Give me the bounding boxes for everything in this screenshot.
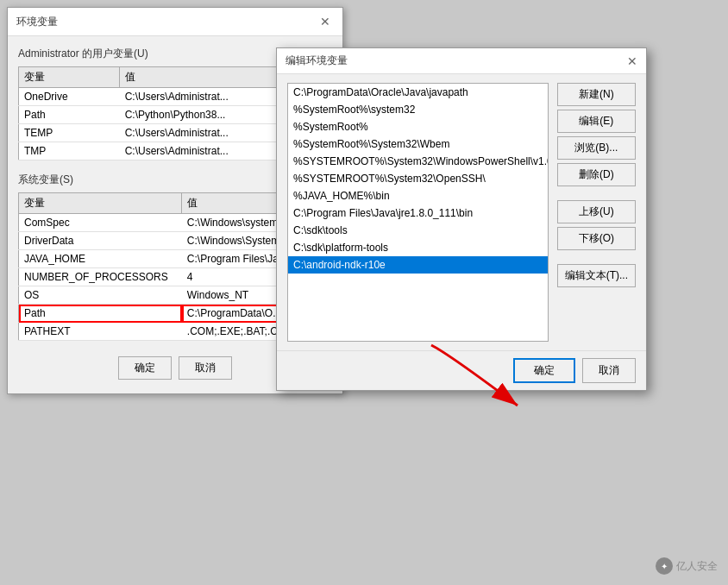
env-dialog-titlebar: 环境变量 ✕ [8,8,342,36]
path-list-item[interactable]: %SystemRoot%\system32 [288,101,548,118]
path-list-item[interactable]: C:\android-ndk-r10e [288,256,548,274]
edit-path-button[interactable]: 编辑(E) [557,110,636,133]
new-path-button[interactable]: 新建(N) [557,83,636,106]
edit-dialog-title: 编辑环境变量 [286,53,348,68]
sys-var-cell: OS [19,286,182,305]
env-confirm-button[interactable]: 确定 [118,356,172,380]
edit-dialog-content: C:\ProgramData\Oracle\Java\javapath%Syst… [277,74,646,350]
sys-var-cell: NUMBER_OF_PROCESSORS [19,268,182,286]
path-list-item[interactable]: %SystemRoot% [288,118,548,135]
watermark-text: 亿人安全 [676,559,718,574]
edit-env-dialog: 编辑环境变量 ✕ C:\ProgramData\Oracle\Java\java… [276,47,647,391]
edit-dialog-titlebar: 编辑环境变量 ✕ [277,48,646,74]
env-dialog-title: 环境变量 [16,15,58,29]
browse-path-button[interactable]: 浏览(B)... [557,136,636,160]
env-dialog-close-icon[interactable]: ✕ [317,13,334,30]
edit-text-button[interactable]: 编辑文本(T)... [557,264,636,287]
path-list-item[interactable]: C:\Program Files\Java\jre1.8.0_111\bin [288,204,548,222]
move-up-button[interactable]: 上移(U) [557,200,636,223]
side-buttons-panel: 新建(N) 编辑(E) 浏览(B)... 删除(D) 上移(U) 下移(O) 编… [557,83,636,342]
move-down-button[interactable]: 下移(O) [557,227,636,250]
user-var-cell: OneDrive [19,88,120,106]
sys-var-cell: PATHEXT [19,323,182,341]
edit-dialog-close-icon[interactable]: ✕ [627,54,637,68]
watermark: ✦ 亿人安全 [656,557,718,575]
path-list-item[interactable]: C:\ProgramData\Oracle\Java\javapath [288,84,548,101]
user-var-cell: TMP [19,142,120,160]
sys-var-cell: DriverData [19,232,182,250]
sys-var-cell: Path [19,305,182,323]
user-table-var-header: 变量 [19,67,120,88]
delete-path-button[interactable]: 删除(D) [557,163,636,186]
path-list[interactable]: C:\ProgramData\Oracle\Java\javapath%Syst… [287,83,549,342]
path-list-item[interactable]: %JAVA_HOME%\bin [288,187,548,204]
user-var-cell: TEMP [19,124,120,142]
path-list-item[interactable]: %SystemRoot%\System32\Wbem [288,135,548,153]
user-var-cell: Path [19,106,120,124]
env-cancel-button[interactable]: 取消 [179,356,232,380]
sys-table-var-header: 变量 [19,193,182,214]
watermark-icon: ✦ [656,557,673,575]
sys-var-cell: JAVA_HOME [19,250,182,268]
path-list-item[interactable]: C:\sdk\tools [288,222,548,239]
edit-dialog-footer: 确定 取消 [277,350,646,390]
edit-cancel-button[interactable]: 取消 [582,358,636,383]
path-list-item[interactable]: C:\sdk\platform-tools [288,239,548,256]
sys-var-cell: ComSpec [19,214,182,232]
path-list-item[interactable]: %SYSTEMROOT%\System32\OpenSSH\ [288,170,548,187]
edit-confirm-button[interactable]: 确定 [513,358,575,383]
path-list-item[interactable]: %SYSTEMROOT%\System32\WindowsPowerShell\… [288,153,548,170]
